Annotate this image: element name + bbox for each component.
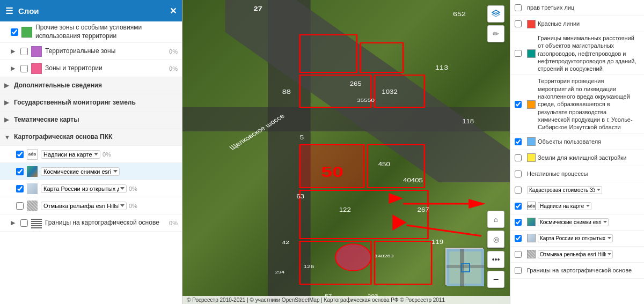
map-satellite: 50 27 652 113 88 1032 265 35550 450 122 … bbox=[182, 0, 510, 304]
r-layer-krasnye: Красные линии bbox=[510, 16, 644, 32]
svg-text:652: 652 bbox=[453, 11, 466, 18]
layer-kosmicheskie-checkbox[interactable] bbox=[16, 168, 24, 175]
layer-otmyvka-select[interactable]: Отмывка рельефа esri Hillshade bbox=[41, 202, 127, 210]
right-layers-panel: прав третьих лиц Красные линии Границы м… bbox=[510, 0, 644, 304]
layer-kosmicheskie: Космические снимки esri bbox=[0, 163, 182, 180]
r-otmyvka-select[interactable]: Отмывка рельефа esri Hillshade bbox=[538, 250, 613, 258]
r-layer-karta: Карта России из открытых дан... bbox=[510, 231, 644, 247]
r-krasnye-checkbox[interactable] bbox=[515, 20, 522, 27]
layer-otmyvka-icon bbox=[27, 201, 38, 211]
r-kosmicheskie-select[interactable]: Космические снимки esri bbox=[538, 218, 609, 226]
status-text: © Росреестр 2010-2021 | © участники Open… bbox=[187, 297, 445, 303]
expand-zones-icon[interactable] bbox=[11, 65, 18, 72]
r-layer-granitsy-min: Границы минимальных расстояний от объект… bbox=[510, 32, 644, 75]
r-negativnye-checkbox[interactable] bbox=[515, 170, 522, 177]
left-layers-panel: ☰ Слои ✕ Прочие зоны с особыми условиями… bbox=[0, 0, 182, 304]
r-granitsy-min-checkbox[interactable] bbox=[515, 50, 522, 57]
section-tematik[interactable]: Тематические карты bbox=[0, 112, 182, 129]
r-karta-select[interactable]: Карта России из открытых дан... bbox=[538, 234, 613, 242]
r-territoriya-label: Территория проведения мероприятий по лик… bbox=[538, 77, 640, 131]
r-granitsy-min-label: Границы минимальных расстояний от объект… bbox=[538, 34, 640, 72]
layer-territorial: Территориальные зоны 0% bbox=[0, 43, 182, 60]
draw-button[interactable]: ✏ bbox=[487, 25, 504, 42]
locate-button[interactable]: ◎ bbox=[487, 231, 504, 248]
section-karto-label: Картографическая основа ПКК bbox=[14, 133, 178, 142]
r-granitsy-karto-label: Границы на картографической основе bbox=[527, 266, 640, 274]
hamburger-icon[interactable]: ☰ bbox=[5, 6, 13, 16]
layer-kosmicheskie-select[interactable]: Космические снимки esri bbox=[41, 167, 120, 176]
layer-karta-checkbox[interactable] bbox=[16, 185, 24, 192]
svg-text:88: 88 bbox=[282, 88, 291, 95]
svg-text:267: 267 bbox=[418, 207, 429, 213]
section-tematik-label: Тематические карты bbox=[14, 116, 178, 124]
r-nadpisi-checkbox[interactable] bbox=[515, 203, 522, 210]
layer-territorial-label: Территориальные зоны bbox=[45, 47, 167, 56]
r-obekty-icon bbox=[527, 137, 536, 146]
r-karta-checkbox[interactable] bbox=[515, 235, 522, 242]
section-dop-label: Дополнительные сведения bbox=[14, 81, 178, 90]
r-otmyvka-checkbox[interactable] bbox=[515, 251, 522, 258]
layer-granitsy-checkbox[interactable] bbox=[20, 219, 28, 227]
r-granitsy-min-icon bbox=[527, 49, 536, 58]
r-granitsy-karto-checkbox[interactable] bbox=[515, 267, 522, 274]
section-gos-label: Государственный мониторинг земель bbox=[14, 99, 178, 107]
locate-icon: ◎ bbox=[493, 235, 499, 243]
layer-nadpisi-icon: абв bbox=[27, 149, 38, 160]
r-obekty-checkbox[interactable] bbox=[515, 138, 522, 145]
svg-text:126: 126 bbox=[303, 263, 314, 269]
r-prav-checkbox[interactable] bbox=[515, 4, 522, 11]
layer-otmyvka: Отмывка рельефа esri Hillshade 0% bbox=[0, 197, 182, 214]
layer-territorial-opacity: 0% bbox=[169, 48, 178, 55]
svg-text:122: 122 bbox=[339, 207, 351, 213]
r-zemli-checkbox[interactable] bbox=[515, 154, 522, 161]
layer-karta-select[interactable]: Карта России из открытых данн... bbox=[41, 184, 127, 193]
r-territoriya-checkbox[interactable] bbox=[515, 101, 522, 108]
section-gos-monitoring[interactable]: Государственный мониторинг земель bbox=[0, 94, 182, 112]
expand-territorial-icon[interactable] bbox=[11, 48, 18, 55]
r-kadastrovaya-select[interactable]: Кадастровая стоимость ЗУ bbox=[527, 186, 602, 194]
r-kosmicheskie-checkbox[interactable] bbox=[515, 219, 522, 226]
expand-granitsy-icon[interactable] bbox=[11, 219, 18, 226]
layer-karta-icon bbox=[27, 183, 38, 194]
svg-line-38 bbox=[407, 225, 481, 236]
pen-icon: ✏ bbox=[493, 29, 499, 38]
more-options-button[interactable]: ••• bbox=[487, 251, 504, 268]
layer-nadpisi: абв Надписи на карте 0% bbox=[0, 146, 182, 163]
layer-prochie-icon bbox=[21, 27, 32, 38]
layer-nadpisi-opacity: 0% bbox=[103, 151, 111, 158]
layer-nadpisi-select[interactable]: Надписи на карте bbox=[41, 150, 100, 159]
r-layer-kosmicheskie: Космические снимки esri bbox=[510, 214, 644, 231]
map-area[interactable]: 50 27 652 113 88 1032 265 35550 450 122 … bbox=[182, 0, 510, 304]
close-button[interactable]: ✕ bbox=[170, 6, 177, 16]
layer-nadpisi-checkbox[interactable] bbox=[16, 151, 24, 158]
layers-toggle-button[interactable] bbox=[487, 5, 504, 23]
r-territoriya-icon bbox=[527, 100, 536, 109]
layer-granitsy-label: Границы на картографической основе bbox=[45, 219, 167, 227]
r-kadastrovaya-checkbox[interactable] bbox=[515, 187, 522, 194]
layer-granitsy-opacity: 0% bbox=[169, 220, 178, 226]
r-nadpisi-icon: абв bbox=[527, 202, 536, 210]
layer-territorial-icon bbox=[31, 46, 42, 57]
home-button[interactable]: ⌂ bbox=[487, 211, 504, 228]
svg-rect-11 bbox=[375, 241, 431, 284]
r-layer-negativnye: Негативные процессы bbox=[510, 166, 644, 182]
layer-prochie-checkbox[interactable] bbox=[11, 28, 18, 36]
layer-otmyvka-checkbox[interactable] bbox=[16, 202, 24, 210]
section-dop-svedenia[interactable]: Дополнительные сведения bbox=[0, 77, 182, 94]
home-icon: ⌂ bbox=[494, 216, 498, 224]
layer-karta-opacity: 0% bbox=[129, 186, 137, 192]
section-karto[interactable]: Картографическая основа ПКК bbox=[0, 129, 182, 146]
svg-text:265: 265 bbox=[350, 81, 362, 87]
layer-territorial-checkbox[interactable] bbox=[20, 48, 28, 55]
r-layer-kadastrovaya: Кадастровая стоимость ЗУ bbox=[510, 182, 644, 198]
expand-dop-icon bbox=[4, 82, 12, 89]
minimap[interactable] bbox=[445, 248, 483, 285]
layer-zones-checkbox[interactable] bbox=[20, 65, 28, 72]
svg-text:5: 5 bbox=[300, 135, 304, 140]
zoom-out-button[interactable]: − bbox=[487, 271, 504, 288]
svg-rect-9 bbox=[300, 190, 428, 239]
minus-icon: − bbox=[493, 274, 499, 285]
r-nadpisi-select[interactable]: Надписи на карте bbox=[538, 202, 591, 210]
svg-text:42: 42 bbox=[282, 239, 289, 244]
r-layer-granitsy-karto: Границы на картографической основе bbox=[510, 263, 644, 279]
